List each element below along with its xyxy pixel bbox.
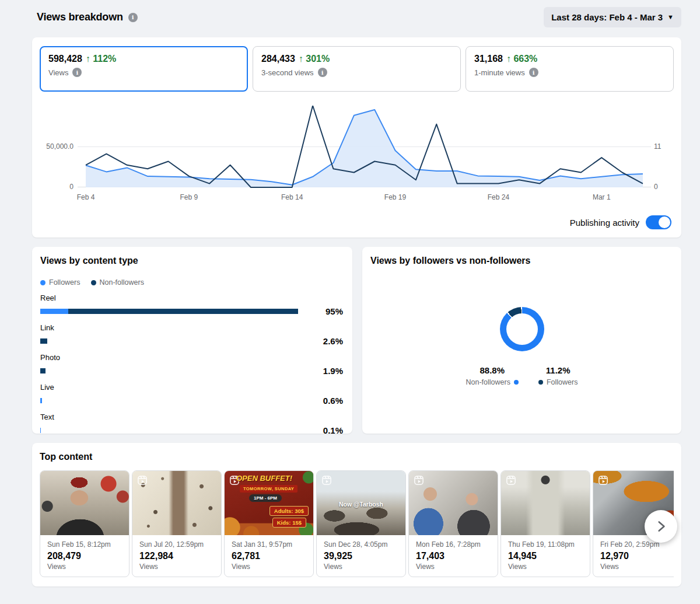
followers-title: Views by followers vs non-followers [370,256,673,266]
content-type-row-link: Link2.6% [40,323,344,346]
thumbnail-dessert [132,471,221,535]
bar-percentage: 1.9% [316,366,343,376]
info-icon[interactable]: i [128,13,138,22]
content-type-label: Reel [40,294,344,302]
stat-card-1-minute-views[interactable]: 31,168↑ 663%1-minute viewsi [466,46,674,92]
info-icon[interactable]: i [529,68,538,77]
toggle-knob [659,217,670,228]
bar-percentage: 0.1% [316,425,343,435]
thumbnail-buffet-promo: OPEN BUFFET!TOMORROW, SUNDAY1PM - 6PMAdu… [225,471,313,535]
post-views-count: 14,945 [508,551,583,561]
content-type-row-photo: Photo1.9% [40,353,344,376]
content-type-legend: FollowersNon-followers [40,278,344,287]
followers-vs-nonfollowers-panel: Views by followers vs non-followers 88.8… [362,247,681,434]
legend-dot-non-followers [91,280,96,285]
info-icon[interactable]: i [318,68,327,77]
thumbnail-cafe-man [40,471,129,535]
middle-row: Views by content type FollowersNon-follo… [32,247,681,434]
donut-stat-value: 88.8% [466,365,519,375]
promo-kids-price: Kids: 15$ [272,518,306,528]
donut-stats: 88.8%Non-followers11.2%Followers [370,365,673,386]
publishing-activity-label: Publishing activity [570,218,639,228]
bar-track [40,398,312,403]
top-content-cards: Sun Feb 15, 8:12pm208,479ViewsSun Jul 20… [40,470,674,577]
info-icon[interactable]: i [72,68,82,77]
stat-delta: ↑ 112% [86,54,116,64]
date-range-selector[interactable]: Last 28 days: Feb 4 - Mar 3 ▼ [544,7,681,27]
date-range-label: Last 28 days: Feb 4 - Mar 3 [551,12,663,22]
donut-hole [506,313,538,345]
promo-adults-price: Adults: 30$ [270,506,309,516]
views-line-chart[interactable]: 50,000.00110Feb 4Feb 9Feb 14Feb 19Feb 24… [40,106,674,208]
post-views-count: 122,984 [139,551,214,561]
promo-subtitle: TOMORROW, SUNDAY [240,485,298,493]
content-type-label: Link [40,323,344,332]
x-tick-feb-9: Feb 9 [169,193,209,201]
legend-label: Followers [49,278,80,287]
top-content-card-2[interactable]: Sun Jul 20, 12:59pm122,984Views [132,470,222,577]
thumbnail-overlay-text: Now @Tarbosh [339,501,383,508]
post-views-label: Views [508,563,583,571]
chevron-down-icon: ▼ [667,14,674,20]
donut-legend-dot [514,380,519,385]
legend-item-followers: Followers [40,278,80,287]
right-axis-label-0: 0 [654,183,658,191]
content-type-label: Live [40,383,344,392]
y-axis-label-50000: 50,000.0 [41,142,74,151]
reels-icon [414,475,424,486]
stat-cards-row: 598,428↑ 112%Viewsi284,433↑ 301%3-second… [40,46,674,92]
post-views-label: Views [416,563,491,571]
x-tick-feb-19: Feb 19 [375,193,416,201]
x-tick-feb-14: Feb 14 [272,193,313,201]
carousel-next-button[interactable] [645,510,677,543]
bar-track [40,338,312,344]
overview-panel: 598,428↑ 112%Viewsi284,433↑ 301%3-second… [32,37,681,238]
donut-legend-dot [538,380,543,385]
thumbnail-thobe-man [501,471,590,535]
thumbnail-couple [409,471,498,535]
stat-value: 284,433 [261,54,295,64]
reels-icon [321,475,332,486]
bar-segment [40,338,47,344]
stat-delta: ↑ 301% [299,54,330,64]
donut-stat-followers: 11.2%Followers [538,365,578,386]
post-views-count: 39,925 [324,551,398,561]
bar-percentage: 2.6% [316,336,343,346]
top-content-card-1[interactable]: Sun Feb 15, 8:12pm208,479Views [40,470,130,577]
chart-plot-area[interactable] [78,106,651,188]
post-views-label: Views [324,563,398,571]
top-content-card-4[interactable]: Now @TarboshSun Dec 28, 4:05pm39,925View… [316,470,406,577]
stat-card-3-second-views[interactable]: 284,433↑ 301%3-second viewsi [253,46,461,92]
content-type-row-live: Live0.6% [40,383,344,406]
content-type-label: Text [40,413,344,421]
legend-item-non-followers: Non-followers [91,278,144,287]
legend-dot-followers [40,280,46,285]
top-content-card-3[interactable]: OPEN BUFFET!TOMORROW, SUNDAY1PM - 6PMAdu… [224,470,314,577]
donut-stat-non-followers: 88.8%Non-followers [466,365,519,386]
bar-segment [40,398,42,403]
post-datetime: Sat Jan 31, 9:57pm [232,540,306,549]
post-datetime: Sun Jul 20, 12:59pm [139,540,214,549]
reels-icon [598,475,608,486]
x-tick-feb-4: Feb 4 [65,193,106,201]
top-content-card-6[interactable]: Thu Feb 19, 11:08pm14,945Views [501,470,590,577]
stat-label-text: 1-minute views [474,68,525,77]
publishing-activity-toggle[interactable] [646,215,671,229]
bar-track [40,428,312,433]
reels-icon [506,475,516,486]
x-tick-mar-1: Mar 1 [581,193,622,201]
thumbnail-restaurant-crowd: Now @Tarbosh [317,471,405,535]
stat-card-views[interactable]: 598,428↑ 112%Viewsi [40,46,248,92]
donut-stat-label: Followers [547,378,578,386]
post-datetime: Sun Feb 15, 8:12pm [47,540,122,549]
content-type-row-text: Text0.1% [40,413,344,435]
followers-donut-chart [500,307,544,351]
stat-label-text: 3-second views [261,68,314,77]
bar-segment [40,368,46,373]
bar-percentage: 0.6% [316,396,343,406]
y-axis-label-0: 0 [41,183,74,191]
bar-track [40,368,312,373]
top-content-card-5[interactable]: Mon Feb 16, 7:28pm17,403Views [408,470,498,577]
post-views-count: 62,781 [232,551,306,561]
bar-track [40,309,312,314]
